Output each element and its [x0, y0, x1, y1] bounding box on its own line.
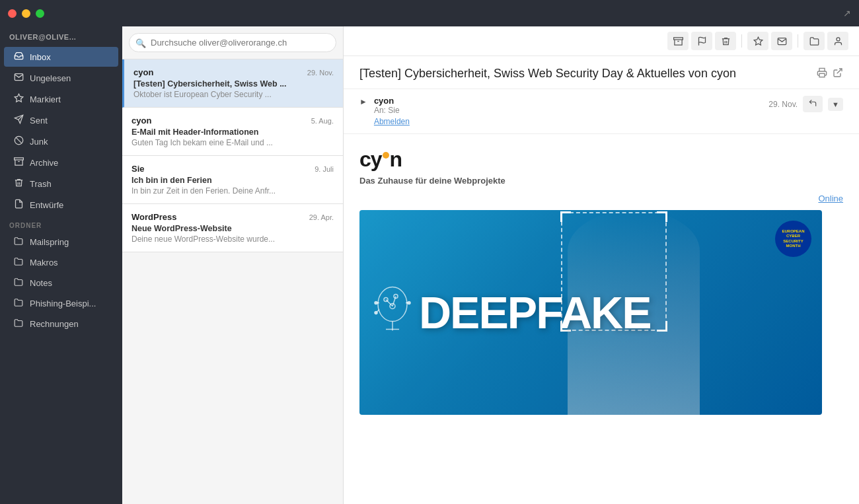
- account-name: OLIVER@OLIVE...: [0, 26, 122, 46]
- star-icon: [13, 93, 24, 105]
- folder-phishing-icon: [13, 298, 24, 309]
- sender-name: cyon: [374, 96, 410, 106]
- sender-expand-icon[interactable]: ►: [359, 97, 367, 106]
- sidebar-item-marked[interactable]: Markiert: [4, 89, 118, 109]
- star-toolbar-button[interactable]: [747, 32, 768, 50]
- email-hero-image: DEEPFAKE EUROPEANCYBERSECURITYMONTH: [359, 210, 822, 415]
- external-open-icon[interactable]: [833, 67, 843, 80]
- folder-mailspring-icon: [13, 236, 24, 248]
- inbox-icon: [13, 51, 24, 63]
- sidebar: OLIVER@OLIVE... Inbox Ungelesen Markiert…: [0, 26, 122, 504]
- sender-to: An: Sie: [374, 106, 410, 115]
- inbox-label: Inbox: [30, 52, 51, 62]
- sidebar-item-junk[interactable]: Junk: [4, 131, 118, 151]
- email-toolbar: [344, 26, 859, 56]
- email-meta: ► cyon An: Sie Abmelden 29. Nov. ▼: [344, 89, 859, 134]
- email-sender-3: WordPress: [131, 212, 176, 222]
- email-subject-3: Neue WordPress-Website: [131, 224, 334, 233]
- makros-label: Makros: [30, 258, 58, 268]
- sidebar-item-drafts[interactable]: Entwürfe: [4, 195, 118, 215]
- sidebar-item-inbox[interactable]: Inbox: [4, 47, 118, 67]
- maximize-button[interactable]: [36, 9, 44, 18]
- email-date-0: 29. Nov.: [307, 69, 334, 77]
- unread-label: Ungelesen: [30, 73, 71, 83]
- drafts-icon: [13, 199, 24, 211]
- email-item-0[interactable]: cyon 29. Nov. [Testen] Cybersicherheit, …: [122, 59, 343, 108]
- email-subject-actions: [817, 67, 843, 80]
- email-date-1: 5. Aug.: [311, 117, 334, 125]
- email-subject-2: Ich bin in den Ferien: [131, 176, 334, 185]
- svg-marker-0: [15, 94, 23, 102]
- sidebar-item-phishing[interactable]: Phishing-Beispi...: [4, 294, 118, 313]
- junk-icon: [13, 135, 24, 147]
- email-meta-right: 29. Nov. ▼: [768, 96, 843, 112]
- forward-toolbar-button[interactable]: [771, 32, 792, 50]
- email-view: [Testen] Cybersicherheit, Swiss Web Secu…: [344, 26, 859, 504]
- external-link-icon[interactable]: ↗: [843, 8, 851, 18]
- minimize-button[interactable]: [22, 9, 30, 18]
- email-body: cy n Das Zuhause für deine Webprojekte O…: [344, 134, 859, 504]
- email-sender-2: Sie: [131, 164, 145, 174]
- print-icon[interactable]: [817, 67, 827, 80]
- notes-label: Notes: [30, 278, 52, 288]
- cyon-logo: cy n: [359, 147, 843, 172]
- contact-toolbar-button[interactable]: [827, 32, 848, 50]
- email-item-3[interactable]: WordPress 29. Apr. Neue WordPress-Websit…: [122, 204, 343, 252]
- email-sender-0: cyon: [133, 67, 153, 77]
- reply-dropdown-button[interactable]: ▼: [828, 98, 843, 111]
- svg-line-26: [386, 300, 392, 306]
- sidebar-item-trash[interactable]: Trash: [4, 174, 118, 194]
- cyon-tagline: Das Zuhause für deine Webprojekte: [359, 176, 843, 186]
- marked-label: Markiert: [30, 94, 61, 104]
- svg-point-22: [408, 302, 410, 305]
- cyon-logo-text-n: n: [390, 147, 402, 172]
- rechnungen-label: Rechnungen: [30, 319, 79, 329]
- sidebar-item-makros[interactable]: Makros: [4, 253, 118, 272]
- email-preview-1: Guten Tag Ich bekam eine E-Mail und ...: [131, 138, 334, 147]
- email-item-2[interactable]: Sie 9. Juli Ich bin in den Ferien In bin…: [122, 156, 343, 204]
- sender-info: cyon An: Sie Abmelden: [374, 96, 410, 127]
- trash-toolbar-button[interactable]: [715, 32, 736, 50]
- email-sender-1: cyon: [131, 116, 151, 126]
- svg-line-13: [837, 69, 842, 73]
- sidebar-item-mailspring[interactable]: Mailspring: [4, 233, 118, 252]
- svg-marker-10: [754, 37, 763, 45]
- unsubscribe-link[interactable]: Abmelden: [374, 117, 410, 126]
- sidebar-item-notes[interactable]: Notes: [4, 273, 118, 293]
- online-link[interactable]: Online: [359, 194, 843, 203]
- flag-toolbar-button[interactable]: [691, 32, 712, 50]
- email-preview-3: Deine neue WordPress-Website wurde...: [131, 234, 334, 244]
- drafts-label: Entwürfe: [30, 200, 63, 210]
- svg-rect-5: [14, 158, 23, 160]
- sidebar-item-archive[interactable]: Archive: [4, 153, 118, 172]
- search-input[interactable]: [129, 33, 336, 52]
- phishing-label: Phishing-Beispi...: [30, 299, 96, 308]
- email-item-1[interactable]: cyon 5. Aug. E-Mail mit Header-Informati…: [122, 108, 343, 156]
- cyon-logo-dot: [383, 152, 389, 159]
- email-date-3: 29. Apr.: [309, 213, 334, 221]
- svg-point-20: [375, 312, 377, 314]
- archive-toolbar-button[interactable]: [667, 32, 689, 50]
- mailspring-label: Mailspring: [30, 237, 69, 247]
- eu-security-badge: EUROPEANCYBERSECURITYMONTH: [775, 221, 811, 257]
- trash-icon: [13, 178, 24, 190]
- email-subject-1: E-Mail mit Header-Informationen: [131, 127, 334, 137]
- svg-point-14: [378, 287, 407, 322]
- sidebar-item-sent[interactable]: Sent: [4, 110, 118, 130]
- svg-rect-12: [819, 73, 825, 77]
- sent-icon: [13, 114, 24, 126]
- svg-point-11: [837, 37, 840, 40]
- email-subject-0: [Testen] Cybersicherheit, Swiss Web ...: [133, 79, 334, 89]
- reply-button[interactable]: [803, 96, 823, 112]
- email-preview-2: In bin zur Zeit in den Ferien. Deine Anf…: [131, 186, 334, 196]
- folder-toolbar-button[interactable]: [803, 32, 825, 50]
- toolbar-separator-1: [741, 34, 742, 48]
- sidebar-item-unread[interactable]: Ungelesen: [4, 68, 118, 88]
- archive-label: Archive: [30, 158, 58, 168]
- sidebar-item-rechnungen[interactable]: Rechnungen: [4, 314, 118, 334]
- close-button[interactable]: [8, 9, 17, 18]
- deepfake-label: DEEPFAKE: [419, 287, 651, 338]
- cyon-logo-area: cy n Das Zuhause für deine Webprojekte: [359, 147, 843, 186]
- folder-makros-icon: [13, 257, 24, 268]
- email-subject-title: [Testen] Cybersicherheit, Swiss Web Secu…: [359, 67, 736, 81]
